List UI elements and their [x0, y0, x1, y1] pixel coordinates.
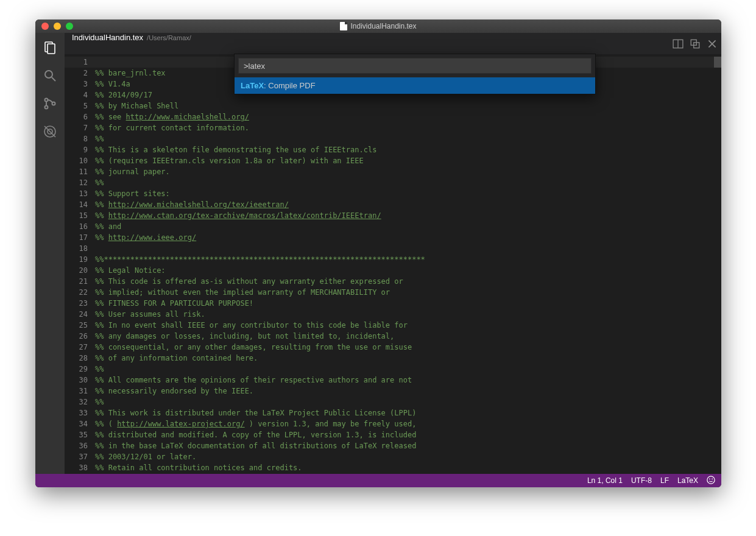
svg-point-6: [52, 102, 55, 105]
command-highlight: LaTeX: [241, 81, 264, 90]
editor-tab[interactable]: IndividualHandin.tex /Users/Ramax/: [65, 33, 199, 54]
main-area: IndividualHandin.tex /Users/Ramax/: [65, 33, 721, 474]
svg-rect-1: [48, 44, 55, 54]
debug-icon[interactable]: [41, 123, 58, 140]
status-encoding[interactable]: UTF-8: [631, 476, 652, 485]
code-content[interactable]: %% bare_jrnl.tex%% V1.4a%% 2014/09/17%% …: [95, 54, 721, 474]
file-icon: [340, 22, 347, 30]
body-area: IndividualHandin.tex /Users/Ramax/: [35, 33, 721, 474]
command-palette-item[interactable]: LaTeX: Compile PDF: [235, 77, 595, 94]
titlebar: IndividualHandin.tex: [35, 19, 721, 33]
activity-bar: [35, 33, 65, 474]
tab-filename: IndividualHandin.tex: [72, 33, 143, 42]
svg-point-18: [712, 478, 713, 479]
command-palette-input[interactable]: [238, 58, 592, 74]
window-title: IndividualHandin.tex: [35, 22, 721, 30]
explorer-icon[interactable]: [41, 39, 58, 56]
command-palette: LaTeX: Compile PDF: [234, 54, 596, 94]
line-number-gutter: 1234567891011121314151617181920212223242…: [65, 54, 95, 474]
svg-point-16: [707, 476, 715, 483]
status-eol[interactable]: LF: [660, 476, 669, 485]
tab-bar: IndividualHandin.tex /Users/Ramax/: [65, 33, 721, 54]
svg-line-3: [52, 77, 55, 81]
code-editor[interactable]: 1234567891011121314151617181920212223242…: [65, 54, 721, 474]
status-cursor-position[interactable]: Ln 1, Col 1: [587, 476, 623, 485]
source-control-icon[interactable]: [41, 95, 58, 112]
feedback-icon[interactable]: [707, 476, 715, 486]
svg-point-2: [45, 71, 52, 78]
window-title-text: IndividualHandin.tex: [350, 22, 416, 30]
more-actions-icon[interactable]: [690, 38, 701, 49]
close-tab-icon[interactable]: [707, 38, 718, 49]
command-rest: : Compile PDF: [264, 81, 316, 90]
search-icon[interactable]: [41, 67, 58, 84]
tab-path: /Users/Ramax/: [147, 34, 191, 41]
editor-window: IndividualHandin.tex IndividualHandin.te…: [35, 19, 721, 487]
svg-point-17: [709, 478, 710, 479]
svg-point-5: [45, 106, 48, 109]
status-bar: Ln 1, Col 1 UTF-8 LF LaTeX: [35, 474, 721, 487]
svg-point-4: [45, 99, 48, 102]
status-language[interactable]: LaTeX: [677, 476, 698, 485]
split-editor-icon[interactable]: [673, 38, 684, 49]
